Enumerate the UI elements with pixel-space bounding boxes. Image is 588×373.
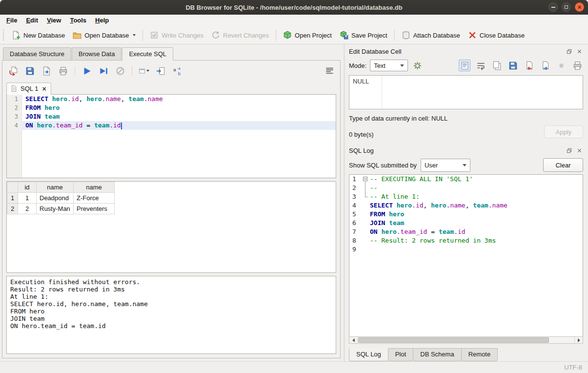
execute-all-button[interactable] [81, 65, 93, 77]
menu-item-edit[interactable]: Edit [21, 15, 42, 26]
row-header[interactable]: 2 [7, 204, 18, 214]
save-cell-button[interactable] [507, 60, 519, 71]
table-cell[interactable]: Deadpond [37, 193, 74, 204]
table-cell[interactable]: 1 [18, 193, 37, 204]
code-text: -- Result: 2 rows returned in 3ms [370, 236, 583, 245]
execute-current-line-icon [99, 66, 108, 76]
mode-select[interactable]: Text [370, 60, 408, 71]
tab-sql-log[interactable]: SQL Log [349, 348, 388, 361]
new-database-button[interactable]: New Database [8, 28, 69, 42]
code-text: -- [370, 184, 583, 192]
format-lines-button[interactable] [324, 65, 335, 77]
mode-settings-button[interactable] [411, 60, 423, 71]
close-window-button[interactable]: × [575, 2, 584, 12]
open-database-button[interactable]: Open Database [69, 28, 140, 42]
set-null-button[interactable] [555, 60, 567, 71]
close-tab-icon[interactable]: × [42, 85, 46, 92]
scrollbar-track[interactable] [357, 337, 575, 343]
export-sql-button[interactable] [41, 65, 52, 77]
code-text: FROM hero [370, 210, 583, 219]
maximize-button[interactable] [562, 2, 571, 12]
tab-browse-data[interactable]: Browse Data [72, 47, 122, 60]
format-lines-icon [325, 66, 334, 76]
dock-close-icon [577, 148, 582, 153]
float-button[interactable] [565, 146, 573, 154]
code-text: SELECT hero.id, hero.name, team.name [370, 201, 583, 210]
import-cell-button[interactable] [523, 60, 535, 71]
new-sql-tab-button[interactable] [138, 65, 150, 77]
menu-item-file[interactable]: File [2, 15, 21, 26]
cell-size-text: 0 byte(s) [349, 131, 544, 138]
right-pane: Edit Database Cell Mode: Text NULL Type … [345, 44, 588, 361]
titlebar[interactable]: DB Browser for SQLite - /home/user/code/… [0, 0, 588, 15]
print-cell-button[interactable] [571, 60, 583, 71]
revert-changes-icon [211, 31, 220, 40]
dock-close-button[interactable] [575, 146, 583, 154]
sql-log-title: SQL Log [349, 147, 563, 154]
table-cell[interactable]: 2 [18, 204, 37, 214]
export-cell-button[interactable] [539, 60, 551, 71]
tab-execute-sql[interactable]: Execute SQL [122, 47, 173, 61]
sql-editor[interactable]: 1SELECT hero.id, hero.name, team.name2FR… [6, 94, 336, 178]
menu-item-help[interactable]: Help [91, 15, 113, 26]
word-wrap-button[interactable] [475, 60, 487, 71]
scroll-right-button[interactable] [575, 337, 583, 343]
open-sql-file-button[interactable] [7, 65, 19, 77]
minimize-button[interactable] [548, 2, 558, 12]
collapse-icon[interactable] [363, 177, 367, 181]
toolbar-separator [132, 66, 132, 75]
log-line: 5FROM hero [349, 210, 583, 219]
line-number: 1 [349, 175, 361, 184]
log-line: 7ON hero.team_id = team.id [349, 228, 583, 236]
arrow-right-icon [578, 338, 580, 342]
open-project-button[interactable]: Open Project [279, 28, 336, 42]
dropdown-arrow-icon [133, 34, 136, 36]
arrow-left-icon [352, 338, 355, 342]
tab-db-schema[interactable]: DB Schema [413, 348, 461, 361]
fold-marker [361, 219, 370, 228]
column-header[interactable]: name [37, 182, 74, 193]
open-database-label: Open Database [84, 32, 129, 39]
print-cell-icon [573, 61, 582, 70]
save-sql-file-button[interactable] [24, 65, 36, 77]
scroll-left-button[interactable] [349, 337, 357, 343]
column-header[interactable]: name [74, 182, 115, 193]
column-header[interactable]: id [18, 182, 37, 193]
attach-database-button[interactable]: Attach Database [398, 28, 464, 42]
float-button[interactable] [565, 47, 573, 55]
stop-icon [116, 66, 125, 76]
open-sql-in-tab-icon [156, 66, 165, 76]
log-filter-select[interactable]: User [421, 159, 470, 172]
tab-database-structure[interactable]: Database Structure [3, 47, 71, 60]
dock-close-button[interactable] [575, 47, 583, 55]
clear-button[interactable]: Clear [543, 158, 583, 172]
scrollbar-thumb[interactable] [358, 337, 549, 343]
copy-cell-button[interactable] [491, 60, 503, 71]
sql-doc-tab[interactable]: SQL 1 × [6, 83, 51, 95]
close-database-label: Close Database [480, 32, 525, 39]
table-cell[interactable]: Rusty-Man [37, 204, 74, 214]
execute-current-line-button[interactable] [98, 65, 109, 77]
tab-plot[interactable]: Plot [388, 348, 413, 361]
cell-editor[interactable]: NULL [349, 75, 583, 109]
tab-remote[interactable]: Remote [461, 348, 498, 361]
log-horizontal-scrollbar[interactable] [349, 336, 583, 344]
find-replace-button[interactable]: ab [171, 65, 183, 77]
main-tab-bar: Database StructureBrowse DataExecute SQL [3, 46, 344, 60]
menu-item-view[interactable]: View [42, 15, 65, 26]
print-sql-button[interactable] [57, 65, 69, 77]
table-cell[interactable]: Z-Force [74, 193, 115, 204]
sql-doc-tabbar: SQL 1 × [6, 80, 336, 94]
save-project-button[interactable]: Save Project [336, 28, 391, 42]
table-cell[interactable]: Preventers [74, 204, 115, 214]
text-view-button[interactable] [459, 60, 470, 71]
line-number: 6 [349, 219, 361, 228]
fold-marker[interactable] [361, 175, 370, 184]
open-sql-in-tab-button[interactable] [155, 65, 166, 77]
close-database-button[interactable]: Close Database [464, 28, 529, 42]
row-header[interactable]: 1 [7, 193, 18, 204]
left-pane: Database StructureBrowse DataExecute SQL… [0, 44, 344, 361]
menu-item-tools[interactable]: Tools [65, 15, 91, 26]
new-sql-tab-icon [139, 66, 145, 76]
results-table[interactable]: idnamename11DeadpondZ-Force22Rusty-ManPr… [7, 182, 115, 214]
